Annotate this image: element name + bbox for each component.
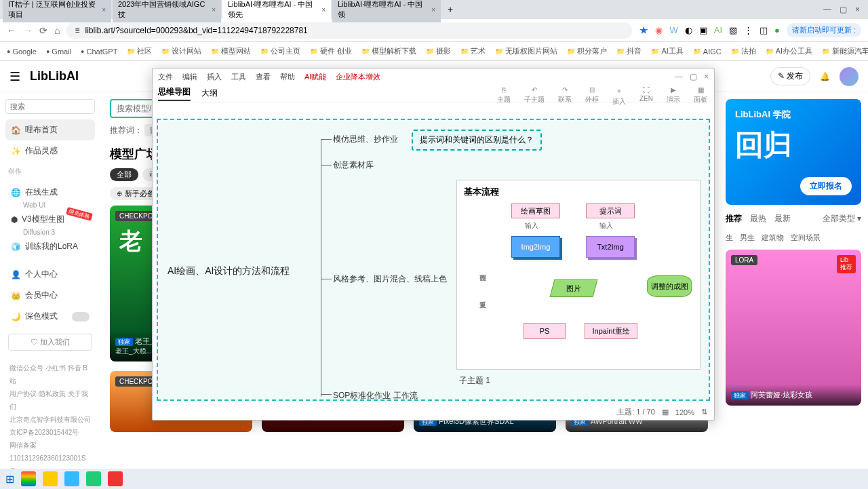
- sidebar-webui[interactable]: 🌐在线生成: [5, 182, 95, 203]
- tab-mindmap[interactable]: 思维导图: [158, 86, 191, 101]
- bookmark-item[interactable]: 硬件 创业: [310, 46, 352, 56]
- sidebar-profile[interactable]: 👤个人中心: [5, 264, 95, 285]
- browser-tab-active[interactable]: LiblibAI·哩布哩布AI - 中国领先×: [222, 0, 331, 22]
- tab-outline[interactable]: 大纲: [201, 87, 218, 99]
- bookmark-item[interactable]: 模型网站: [211, 46, 251, 56]
- sidebar-search[interactable]: [5, 99, 95, 114]
- menu-item[interactable]: 插入: [207, 72, 222, 82]
- taskbar-app-icon[interactable]: [43, 471, 58, 486]
- branch-node[interactable]: 创意素材库: [333, 159, 374, 171]
- tool-panel[interactable]: ▦面板: [694, 86, 707, 106]
- selected-node[interactable]: 提示词和关键词的区别是什么？: [412, 130, 542, 151]
- taskbar-app-icon[interactable]: [108, 471, 123, 486]
- start-icon[interactable]: ⊞: [5, 473, 14, 486]
- hamburger-icon[interactable]: ☰: [9, 69, 20, 84]
- filter-pill[interactable]: 全部: [110, 168, 138, 181]
- ext-icon[interactable]: ◉: [655, 25, 663, 35]
- root-topic[interactable]: AI绘画、AI设计的方法和流程: [167, 265, 290, 277]
- promo-button[interactable]: 立即报名: [800, 177, 852, 195]
- taskbar-app-icon[interactable]: [86, 471, 101, 486]
- back-icon[interactable]: ←: [7, 25, 16, 36]
- sort-tab[interactable]: 最热: [750, 213, 766, 224]
- flow-node-output[interactable]: 调整的成图: [647, 275, 692, 297]
- map-icon[interactable]: ▦: [662, 408, 669, 416]
- close-icon[interactable]: ×: [102, 6, 106, 14]
- bookmark-item[interactable]: 公司主页: [260, 46, 300, 56]
- bookmark-item[interactable]: AIGC: [693, 47, 722, 56]
- tag-chip[interactable]: 生: [726, 233, 733, 243]
- bookmark-item[interactable]: ChatGPT: [81, 47, 117, 56]
- bookmark-item[interactable]: 社区: [127, 46, 152, 56]
- reload-icon[interactable]: ⟳: [39, 25, 47, 36]
- bookmark-item[interactable]: AI工具: [651, 46, 683, 56]
- sidebar-vip[interactable]: 👑会员中心: [5, 285, 95, 306]
- profile-icon[interactable]: ●: [774, 25, 780, 35]
- home-icon[interactable]: ⌂: [54, 25, 60, 36]
- tag-chip[interactable]: 建筑物: [762, 233, 784, 243]
- tool-present[interactable]: ▶演示: [667, 86, 680, 106]
- bookmark-item[interactable]: 新能源汽车: [822, 46, 868, 56]
- tag-chip[interactable]: 空间场景: [791, 233, 821, 243]
- tool-topic[interactable]: ⎘主题: [497, 86, 511, 106]
- mindmap-canvas[interactable]: AI绘画、AI设计的方法和流程 模仿思维、抄作业 创意素材库 风格参考、图片混合…: [157, 119, 710, 401]
- flow-node-img2img[interactable]: Img2Img: [511, 236, 560, 258]
- type-dropdown[interactable]: 全部类型 ▾: [823, 213, 861, 224]
- menu-item-biz[interactable]: 企业降本增效: [336, 72, 380, 82]
- bookmark-item[interactable]: 模型解析下载: [361, 46, 416, 56]
- url-input[interactable]: ≡ liblib.art/?sourceId=000293&bd_vid=111…: [66, 22, 632, 39]
- sort-tab[interactable]: 最新: [774, 213, 791, 224]
- site-logo[interactable]: LibLibAI: [30, 69, 79, 83]
- branch-node[interactable]: SOP标准化作业 工作流: [333, 390, 418, 401]
- tool-zen[interactable]: ⛶ZEN: [639, 86, 653, 106]
- menu-item[interactable]: 编辑: [182, 72, 197, 82]
- bookmark-item[interactable]: Gmail: [46, 47, 71, 56]
- browser-tab[interactable]: IT桔子 | 泛互联网创业投资项目×: [3, 0, 111, 22]
- flow-node-txt2img[interactable]: Txt2Img: [586, 236, 635, 258]
- browser-tab[interactable]: 2023年中国营销领域AIGC技×: [113, 0, 221, 22]
- bookmark-item[interactable]: 摄影: [426, 46, 451, 56]
- ext-menu-icon[interactable]: ⋮: [744, 25, 753, 35]
- menu-item[interactable]: 查看: [256, 72, 271, 82]
- toggle[interactable]: [72, 312, 90, 321]
- branch-node[interactable]: 风格参考、图片混合、线稿上色: [333, 273, 447, 285]
- avatar[interactable]: [840, 67, 859, 86]
- menu-item[interactable]: 文件: [158, 72, 173, 82]
- close-icon[interactable]: ×: [704, 72, 709, 81]
- flowchart-box[interactable]: 基本流程 绘画草图 提示词 输入 输入 Img2Img Txt2Img 图片 调…: [456, 180, 701, 370]
- zoom-stepper-icon[interactable]: ⇅: [701, 408, 707, 416]
- notification-icon[interactable]: 🔔: [820, 72, 830, 81]
- forward-icon[interactable]: →: [23, 25, 33, 36]
- sidebar-v3[interactable]: ⬢V3模型生图限免体验: [5, 209, 95, 230]
- flow-node-sketch[interactable]: 绘画草图: [511, 203, 560, 218]
- promo-banner[interactable]: LibLibAI 学院 回归 立即报名: [726, 99, 861, 205]
- publish-button[interactable]: ✎ 发布: [770, 67, 810, 85]
- subtopic-node[interactable]: 子主题 1: [459, 375, 490, 387]
- menu-item[interactable]: 工具: [231, 72, 246, 82]
- side-panel-icon[interactable]: ◫: [760, 25, 768, 35]
- tool-frame[interactable]: ⊟外框: [585, 86, 599, 106]
- flow-node-pic[interactable]: 图片: [550, 279, 598, 297]
- close-icon[interactable]: ×: [321, 6, 326, 14]
- close-icon[interactable]: ×: [431, 6, 435, 14]
- bookmark-item[interactable]: 抖音: [616, 46, 642, 56]
- flow-node-ps[interactable]: PS: [524, 323, 566, 339]
- bookmark-item[interactable]: 无版权图片网站: [495, 46, 557, 56]
- model-card[interactable]: LORA Lib 推荐 独家阿芙蕾娅·炫彩女孩: [726, 250, 861, 406]
- taskbar-app-icon[interactable]: [21, 471, 36, 486]
- bookmark-item[interactable]: Google: [7, 47, 37, 56]
- close-icon[interactable]: ×: [212, 6, 216, 14]
- maximize-icon[interactable]: ▢: [840, 5, 847, 14]
- branch-node[interactable]: 模仿思维、抄作业: [333, 134, 398, 145]
- menu-item[interactable]: 帮助: [280, 72, 295, 82]
- tool-link[interactable]: ↷联系: [558, 86, 572, 106]
- update-pill[interactable]: 请新启动即可更新 :: [787, 23, 861, 37]
- menu-item-ai[interactable]: AI赋能: [304, 72, 326, 82]
- minimize-icon[interactable]: —: [675, 72, 683, 81]
- bookmark-item[interactable]: 设计网站: [161, 46, 201, 56]
- tag-chip[interactable]: 男生: [740, 233, 755, 243]
- tool-insert[interactable]: ＋插入: [612, 86, 626, 106]
- maximize-icon[interactable]: ▢: [690, 72, 697, 81]
- close-window-icon[interactable]: ×: [855, 5, 860, 14]
- bookmark-item[interactable]: 艺术: [460, 46, 486, 56]
- bookmark-item[interactable]: 积分落户: [567, 46, 607, 56]
